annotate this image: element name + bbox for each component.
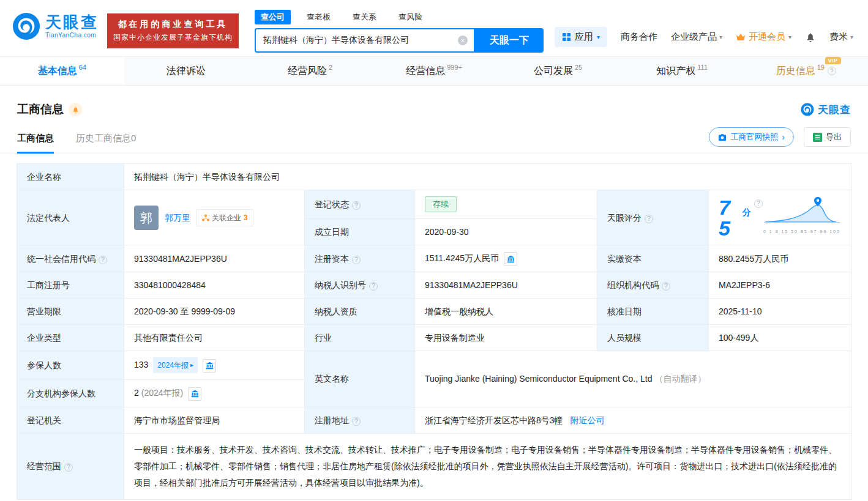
- notifications-bell-icon[interactable]: [805, 32, 816, 43]
- search-area: 查公司 查老板 查关系 查风险 × 天眼一下: [255, 10, 544, 53]
- field-label-taxpayer-quality: 纳税人资质: [305, 299, 415, 325]
- status-badge: 存续: [425, 196, 457, 212]
- export-button-label: 导出: [826, 132, 842, 143]
- tab-basic-info[interactable]: 基本信息 64: [0, 57, 124, 85]
- tab-label: 法律诉讼: [166, 65, 206, 78]
- clear-icon[interactable]: ×: [458, 35, 468, 45]
- help-icon[interactable]: ?: [352, 201, 361, 210]
- field-label-business-term: 营业期限: [17, 299, 124, 325]
- tianyancha-logo[interactable]: 天眼查 TianYanCha.com: [12, 12, 99, 40]
- field-label-reg-authority: 登记机关: [17, 407, 124, 433]
- legal-rep-avatar[interactable]: 郭: [134, 206, 159, 230]
- branch-insured-detail-button[interactable]: [188, 387, 201, 401]
- legal-rep-link[interactable]: 郭万里: [165, 211, 190, 225]
- annual-report-link[interactable]: 2024年报▸: [153, 357, 198, 373]
- field-value-insured-count: 1332024年报▸: [124, 351, 305, 380]
- user-menu[interactable]: 费米 ▾: [829, 31, 853, 43]
- field-label-text: 天眼评分: [607, 213, 642, 223]
- tab-history-info[interactable]: VIP 历史信息 19 ?: [744, 57, 868, 85]
- field-label-paid-capital: 实缴资本: [597, 245, 709, 272]
- company-nav-tabs: 基本信息 64 法律诉讼 经营风险 2 经营信息 999+ 公司发展 25 知识…: [0, 56, 868, 86]
- header-right-nav: 应用 ▾ 商务合作 企业级产品 ▾ 开通会员 ▾ 费米 ▾: [555, 27, 853, 47]
- snapshot-button-label: 工商官网快照: [730, 132, 778, 143]
- tab-company-development[interactable]: 公司发展 25: [496, 57, 620, 85]
- search-tab-boss[interactable]: 查老板: [301, 10, 337, 24]
- field-label-company-name: 企业名称: [17, 164, 124, 190]
- field-label-text: 统一社会信用代码: [27, 254, 95, 264]
- arrow-right-icon: ›: [782, 132, 785, 142]
- arrow-right-icon: ▸: [190, 358, 193, 372]
- help-icon[interactable]: ?: [662, 282, 670, 291]
- field-value-score: 75 分 ? 0 1 3 15 50 85 97 99 100: [709, 190, 851, 245]
- field-value-reg-status: 存续: [415, 190, 597, 219]
- export-button[interactable]: 导出: [804, 127, 851, 147]
- field-label-staff-size: 人员规模: [597, 325, 709, 351]
- business-cooperation-link[interactable]: 商务合作: [621, 31, 657, 43]
- field-label-address: 注册地址?: [305, 407, 415, 433]
- apps-menu[interactable]: 应用 ▾: [555, 27, 607, 47]
- help-icon[interactable]: ?: [99, 256, 107, 264]
- tab-intellectual-property[interactable]: 知识产权 111: [620, 57, 744, 85]
- tab-legal-litigation[interactable]: 法律诉讼: [124, 57, 249, 85]
- brand-name: 天眼查: [45, 14, 99, 30]
- table-row: 企业类型 其他有限责任公司 行业 专用设备制造业 人员规模 100-499人: [17, 325, 851, 351]
- score-number: 75: [719, 197, 741, 239]
- tianyancha-logo-icon: [801, 103, 814, 116]
- table-row: 经营范围? 一般项目：技术服务、技术开发、技术咨询、技术交流、技术转让、技术推广…: [17, 433, 851, 499]
- help-icon[interactable]: ?: [645, 215, 653, 223]
- tab-business-info[interactable]: 经营信息 999+: [372, 57, 496, 85]
- field-value-address: 浙江省海宁经济开发区芯中路8号3幢 附近公司: [415, 407, 851, 433]
- bank-icon: [206, 362, 214, 369]
- subtab-business-registration[interactable]: 工商信息: [17, 128, 54, 153]
- field-value-branch-insured: 2(2024年报): [124, 380, 305, 407]
- capital-detail-button[interactable]: [504, 252, 517, 265]
- search-tab-risk[interactable]: 查风险: [392, 10, 428, 24]
- help-icon[interactable]: ?: [828, 67, 836, 75]
- tianyancha-logo-icon: [12, 12, 40, 40]
- field-value-org-code: MA2JEPP3-6: [709, 272, 851, 299]
- tab-count: 19: [817, 64, 825, 71]
- field-label-reg-number: 工商注册号: [17, 272, 124, 299]
- help-icon[interactable]: ?: [64, 463, 73, 472]
- field-value-established: 2020-09-30: [415, 219, 597, 245]
- vip-badge: VIP: [825, 57, 841, 64]
- nearby-companies-link[interactable]: 附近公司: [570, 415, 604, 425]
- tab-operating-risk[interactable]: 经营风险 2: [248, 57, 372, 85]
- official-snapshot-button[interactable]: 工商官网快照 ›: [709, 127, 794, 147]
- help-icon[interactable]: ?: [754, 199, 763, 208]
- help-icon[interactable]: ?: [352, 417, 361, 426]
- field-label-taxpayer-id: 纳税人识别号?: [305, 272, 415, 299]
- related-companies-label: 关联企业: [212, 211, 241, 225]
- apps-grid-icon: [562, 32, 571, 42]
- search-input[interactable]: [262, 35, 458, 46]
- field-label-text: 经营范围: [27, 461, 61, 471]
- related-companies-count: 3: [244, 211, 248, 225]
- tab-label: 公司发展: [534, 65, 573, 78]
- table-row: 企业名称 拓荆键科（海宁）半导体设备有限公司: [17, 164, 851, 190]
- tab-label: 经营信息: [406, 65, 445, 78]
- chevron-down-icon: ▾: [597, 34, 600, 40]
- help-icon[interactable]: ?: [369, 282, 378, 291]
- field-label-approval-date: 核准日期: [597, 299, 709, 325]
- business-info-table: 企业名称 拓荆键科（海宁）半导体设备有限公司 法定代表人 郭 郭万里 关联企业 …: [17, 163, 851, 500]
- auto-translate-note: （自动翻译）: [654, 374, 706, 384]
- field-label-credit-code: 统一社会信用代码?: [17, 245, 124, 272]
- search-button[interactable]: 天眼一下: [475, 28, 544, 53]
- field-label-org-code: 组织机构代码?: [597, 272, 709, 299]
- bell-icon: [72, 106, 80, 114]
- section-header: 工商信息 天眼查: [0, 86, 868, 120]
- table-row: 登记机关 海宁市市场监督管理局 注册地址? 浙江省海宁经济开发区芯中路8号3幢 …: [17, 407, 851, 433]
- related-companies-badge[interactable]: 关联企业 3: [196, 209, 253, 226]
- help-icon[interactable]: ?: [352, 256, 361, 264]
- field-value-legal-rep: 郭 郭万里 关联企业 3: [124, 190, 305, 245]
- search-tab-relation[interactable]: 查关系: [346, 10, 383, 24]
- address-text: 浙江省海宁经济开发区芯中路8号3幢: [425, 415, 563, 425]
- vip-upgrade-menu[interactable]: 开通会员 ▾: [736, 31, 791, 43]
- field-value-business-scope: 一般项目：技术服务、技术开发、技术咨询、技术交流、技术转让、技术推广；电子专用设…: [124, 433, 851, 499]
- insured-detail-button[interactable]: [203, 359, 216, 373]
- search-tab-company[interactable]: 查公司: [255, 10, 291, 24]
- subscribe-bell-icon[interactable]: [69, 103, 82, 116]
- field-label-text: 登记状态: [315, 199, 349, 209]
- enterprise-products-menu[interactable]: 企业级产品 ▾: [671, 31, 722, 43]
- subtab-history-business-registration[interactable]: 历史工商信息0: [76, 128, 136, 153]
